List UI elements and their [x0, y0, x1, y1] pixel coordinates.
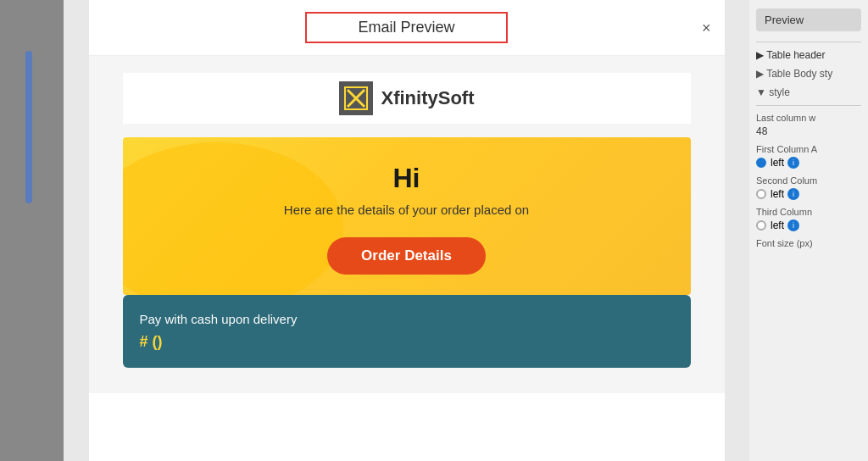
modal-title: Email Preview	[358, 19, 454, 36]
sidebar-section-first-col: First Column A left i	[756, 144, 861, 169]
sidebar-item-style: ▼ style	[756, 85, 861, 100]
sidebar-section-second-col: Second Colum left i	[756, 175, 861, 200]
order-details-button[interactable]: Order Details	[327, 237, 486, 275]
first-col-option: left i	[756, 157, 861, 169]
arrow-icon: ▶	[756, 49, 766, 61]
arrow-icon: ▼	[756, 86, 769, 98]
sidebar-section-third-col: Third Column left i	[756, 207, 861, 231]
last-col-value: 48	[756, 125, 861, 137]
email-preview-modal: Email Preview × XfinitySoft	[89, 0, 725, 461]
modal-header: Email Preview ×	[89, 0, 725, 56]
modal-title-box: Email Preview	[305, 12, 507, 43]
sidebar-section-font-size: Font size (px)	[756, 238, 861, 248]
second-col-option: left i	[756, 188, 861, 200]
sidebar-section-last-col: Last column w 48	[756, 113, 861, 137]
info-icon: i	[787, 157, 799, 169]
banner-subtitle: Here are the details of your order place…	[140, 203, 674, 217]
radio-empty-icon[interactable]	[756, 189, 766, 199]
third-col-left: left	[771, 219, 784, 231]
modal-wrapper: Email Preview × XfinitySoft	[64, 0, 749, 461]
close-button[interactable]: ×	[702, 19, 711, 36]
email-content: XfinitySoft Hi Here are the details of y…	[89, 56, 725, 393]
scrollbar[interactable]	[25, 51, 32, 203]
preview-button[interactable]: Preview	[756, 8, 861, 31]
payment-hash: #	[140, 333, 153, 350]
payment-box: Pay with cash upon delivery # ()	[123, 295, 691, 368]
first-col-left: left	[771, 157, 784, 169]
logo-text: XfinitySoft	[381, 87, 475, 109]
email-logo: XfinitySoft	[123, 73, 691, 124]
yellow-banner: Hi Here are the details of your order pl…	[123, 137, 691, 295]
third-col-label: Third Column	[756, 207, 861, 217]
third-col-option: left i	[756, 219, 861, 231]
divider-1	[756, 42, 861, 42]
banner-hi: Hi	[140, 163, 674, 194]
sidebar-item-table-body: ▶ Table Body sty	[756, 66, 861, 81]
info-icon-3: i	[787, 219, 799, 231]
arrow-icon: ▶	[756, 68, 766, 80]
radio-empty-icon-2[interactable]	[756, 220, 766, 230]
second-col-label: Second Colum	[756, 175, 861, 186]
radio-selected-icon[interactable]	[756, 158, 766, 168]
payment-value: # ()	[140, 333, 674, 351]
info-icon-2: i	[787, 188, 799, 200]
second-col-left: left	[771, 188, 784, 200]
payment-label: Pay with cash upon delivery	[140, 312, 674, 326]
logo-icon	[339, 81, 373, 115]
left-background	[0, 0, 64, 461]
right-sidebar: Preview ▶ Table header ▶ Table Body sty …	[749, 0, 868, 461]
payment-highlight: ()	[153, 333, 163, 350]
divider-2	[756, 105, 861, 106]
first-col-label: First Column A	[756, 144, 861, 154]
font-size-label: Font size (px)	[756, 238, 861, 248]
last-col-label: Last column w	[756, 113, 861, 123]
sidebar-item-table-header: ▶ Table header	[756, 47, 861, 63]
